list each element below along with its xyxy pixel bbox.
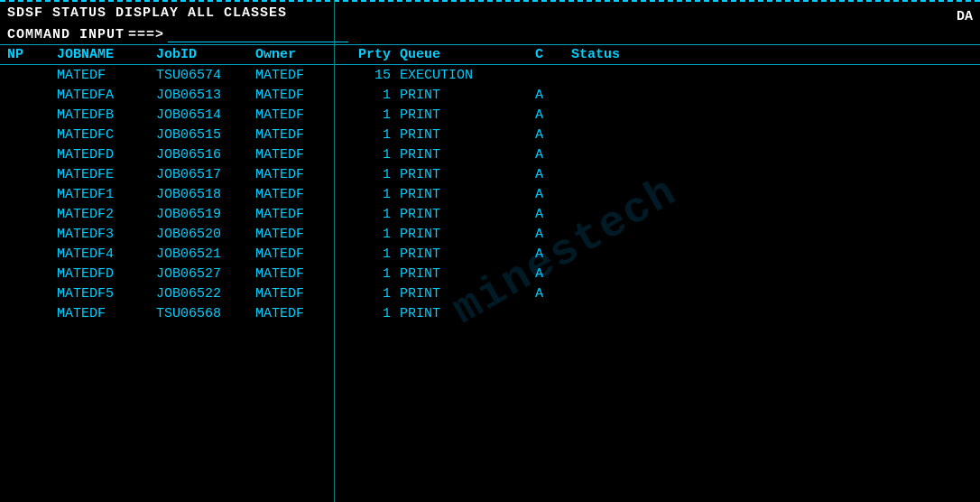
- cell-c: A: [535, 246, 571, 262]
- cell-prty: 1: [346, 266, 400, 282]
- cell-owner: MATEDF: [255, 306, 346, 321]
- cell-owner: MATEDF: [255, 266, 346, 282]
- cell-prty: 1: [346, 227, 400, 242]
- table-row[interactable]: MATEDF TSU06568 MATEDF 1 PRINT: [0, 303, 980, 323]
- cell-prty: 1: [346, 127, 400, 143]
- cell-prty: 1: [346, 88, 400, 103]
- table-body: MATEDF TSU06574 MATEDF 15 EXECUTION MATE…: [0, 65, 980, 323]
- cell-jobname: MATEDF5: [57, 286, 156, 302]
- cell-jobid: TSU06568: [156, 306, 255, 321]
- cell-jobid: JOB06522: [156, 286, 255, 302]
- cell-jobname: MATEDF4: [57, 246, 156, 262]
- cell-queue: PRINT: [400, 227, 535, 242]
- table-row[interactable]: MATEDFD JOB06516 MATEDF 1 PRINT A: [0, 144, 980, 164]
- cell-jobname: MATEDFB: [57, 107, 156, 123]
- cell-jobname: MATEDF2: [57, 207, 156, 222]
- cell-prty: 1: [346, 306, 400, 321]
- cell-jobname: MATEDF3: [57, 227, 156, 242]
- table-row[interactable]: MATEDF2 JOB06519 MATEDF 1 PRINT A: [0, 204, 980, 224]
- col-header-owner: Owner: [255, 47, 346, 62]
- col-header-jobid: JobID: [156, 47, 255, 62]
- command-input[interactable]: [168, 26, 348, 42]
- cell-owner: MATEDF: [255, 167, 346, 182]
- mainscreen: SDSF STATUS DISPLAY ALL CLASSES DA COMMA…: [0, 0, 980, 502]
- cell-c: A: [535, 127, 571, 143]
- vertical-divider: [334, 0, 335, 502]
- cell-owner: MATEDF: [255, 207, 346, 222]
- screen-title: SDSF STATUS DISPLAY ALL CLASSES: [7, 5, 287, 21]
- cell-jobname: MATEDFD: [57, 147, 156, 163]
- col-header-c: C: [535, 47, 571, 62]
- cell-jobname: MATEDFC: [57, 127, 156, 143]
- cell-jobid: JOB06517: [156, 167, 255, 182]
- table-row[interactable]: MATEDFE JOB06517 MATEDF 1 PRINT A: [0, 164, 980, 184]
- cell-jobid: JOB06521: [156, 246, 255, 262]
- cell-jobid: JOB06519: [156, 207, 255, 222]
- cell-jobid: JOB06516: [156, 147, 255, 163]
- cell-queue: PRINT: [400, 266, 535, 282]
- cell-c: A: [535, 266, 571, 282]
- cell-prty: 1: [346, 187, 400, 202]
- cell-queue: PRINT: [400, 107, 535, 123]
- table-row[interactable]: MATEDF3 JOB06520 MATEDF 1 PRINT A: [0, 224, 980, 244]
- cell-c: A: [535, 207, 571, 222]
- cell-prty: 1: [346, 246, 400, 262]
- table-row[interactable]: MATEDFB JOB06514 MATEDF 1 PRINT A: [0, 105, 980, 125]
- cell-queue: PRINT: [400, 127, 535, 143]
- command-label: COMMAND INPUT: [7, 27, 125, 42]
- cell-queue: PRINT: [400, 306, 535, 321]
- cell-jobname: MATEDFD: [57, 266, 156, 282]
- cell-c: A: [535, 88, 571, 103]
- cell-c: A: [535, 187, 571, 202]
- cell-owner: MATEDF: [255, 107, 346, 123]
- cell-jobname: MATEDFA: [57, 88, 156, 103]
- table-row[interactable]: MATEDFA JOB06513 MATEDF 1 PRINT A: [0, 85, 980, 105]
- cell-queue: EXECUTION: [400, 68, 535, 83]
- header-line: SDSF STATUS DISPLAY ALL CLASSES: [0, 2, 980, 24]
- cell-queue: PRINT: [400, 88, 535, 103]
- cell-jobname: MATEDF1: [57, 187, 156, 202]
- cell-owner: MATEDF: [255, 68, 346, 83]
- cell-prty: 1: [346, 147, 400, 163]
- cell-queue: PRINT: [400, 147, 535, 163]
- cell-jobid: JOB06513: [156, 88, 255, 103]
- cell-jobid: JOB06527: [156, 266, 255, 282]
- col-header-prty: Prty: [346, 47, 400, 62]
- cell-c: A: [535, 107, 571, 123]
- cell-jobid: JOB06520: [156, 227, 255, 242]
- command-arrow: ===>: [128, 27, 164, 42]
- cell-jobname: MATEDFE: [57, 167, 156, 182]
- cell-owner: MATEDF: [255, 227, 346, 242]
- cell-queue: PRINT: [400, 207, 535, 222]
- cell-owner: MATEDF: [255, 286, 346, 302]
- cell-owner: MATEDF: [255, 187, 346, 202]
- cell-owner: MATEDF: [255, 127, 346, 143]
- table-row[interactable]: MATEDFC JOB06515 MATEDF 1 PRINT A: [0, 125, 980, 144]
- cell-jobname: MATEDF: [57, 306, 156, 321]
- cell-c: A: [535, 147, 571, 163]
- cell-prty: 1: [346, 207, 400, 222]
- col-header-status: Status: [571, 47, 661, 62]
- header-right: DA: [957, 9, 973, 24]
- col-header-jobname: JOBNAME: [57, 47, 156, 62]
- cell-owner: MATEDF: [255, 246, 346, 262]
- table-row[interactable]: MATEDF4 JOB06521 MATEDF 1 PRINT A: [0, 244, 980, 264]
- cell-queue: PRINT: [400, 187, 535, 202]
- cell-queue: PRINT: [400, 246, 535, 262]
- table-row[interactable]: MATEDF5 JOB06522 MATEDF 1 PRINT A: [0, 284, 980, 303]
- cell-prty: 1: [346, 107, 400, 123]
- table-row[interactable]: MATEDF1 JOB06518 MATEDF 1 PRINT A: [0, 184, 980, 204]
- col-header-queue: Queue: [400, 47, 535, 62]
- cell-c: A: [535, 286, 571, 302]
- command-line: COMMAND INPUT ===>: [0, 24, 980, 44]
- cell-prty: 15: [346, 68, 400, 83]
- col-header-np: NP: [7, 47, 57, 62]
- cell-queue: PRINT: [400, 167, 535, 182]
- cell-queue: PRINT: [400, 286, 535, 302]
- table-header-row: NP JOBNAME JobID Owner Prty Queue C Stat…: [0, 45, 980, 65]
- cell-jobid: JOB06518: [156, 187, 255, 202]
- cell-owner: MATEDF: [255, 147, 346, 163]
- table-row[interactable]: MATEDFD JOB06527 MATEDF 1 PRINT A: [0, 264, 980, 284]
- table-row[interactable]: MATEDF TSU06574 MATEDF 15 EXECUTION: [0, 65, 980, 85]
- cell-jobid: JOB06514: [156, 107, 255, 123]
